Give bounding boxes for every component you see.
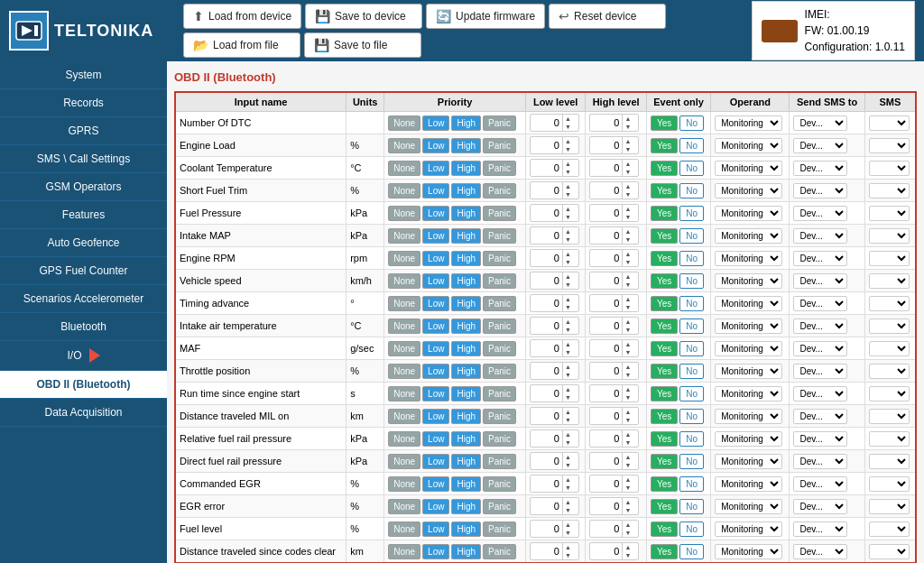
priority-low-button[interactable]: Low <box>422 476 449 492</box>
save-to-file-button[interactable]: 💾 Save to file <box>304 32 421 58</box>
send-sms-select[interactable]: Dev... <box>793 273 847 289</box>
low-level-input[interactable] <box>531 139 562 152</box>
priority-none-button[interactable]: None <box>388 544 420 559</box>
priority-low-button[interactable]: Low <box>422 115 449 131</box>
sms-select[interactable] <box>869 476 910 492</box>
event-no-button[interactable]: No <box>679 115 704 131</box>
update-firmware-button[interactable]: 🔄 Update firmware <box>426 4 545 29</box>
high-level-input[interactable] <box>590 477 622 490</box>
save-to-device-button[interactable]: 💾 Save to device <box>305 4 422 29</box>
priority-panic-button[interactable]: Panic <box>483 296 516 311</box>
priority-panic-button[interactable]: Panic <box>483 544 516 559</box>
event-no-button[interactable]: No <box>679 296 704 311</box>
low-level-down-arrow[interactable]: ▼ <box>563 190 573 198</box>
sms-select[interactable] <box>869 409 910 424</box>
operand-select[interactable]: Monitoring On Change Avg <box>715 161 782 176</box>
priority-panic-button[interactable]: Panic <box>483 206 516 221</box>
sms-select[interactable] <box>869 499 910 514</box>
priority-high-button[interactable]: High <box>451 386 481 401</box>
high-level-up-arrow[interactable]: ▲ <box>623 521 633 529</box>
operand-select[interactable]: Monitoring On Change Avg <box>715 386 782 401</box>
send-sms-select[interactable]: Dev... <box>793 183 847 198</box>
low-level-up-arrow[interactable]: ▲ <box>563 227 573 235</box>
priority-none-button[interactable]: None <box>388 499 420 514</box>
priority-low-button[interactable]: Low <box>422 341 449 356</box>
event-no-button[interactable]: No <box>679 228 704 244</box>
high-level-input[interactable] <box>590 365 622 377</box>
sidebar-item-gsm[interactable]: GSM Operators <box>0 173 167 201</box>
high-level-down-arrow[interactable]: ▼ <box>623 168 633 176</box>
operand-select[interactable]: Monitoring On Change Avg <box>715 206 782 221</box>
priority-none-button[interactable]: None <box>388 296 420 311</box>
high-level-up-arrow[interactable]: ▲ <box>623 160 633 168</box>
event-no-button[interactable]: No <box>679 138 704 153</box>
low-level-down-arrow[interactable]: ▼ <box>563 213 573 221</box>
low-level-up-arrow[interactable]: ▲ <box>563 543 573 551</box>
high-level-input[interactable] <box>590 319 622 332</box>
priority-none-button[interactable]: None <box>388 115 420 131</box>
priority-none-button[interactable]: None <box>388 386 420 401</box>
low-level-up-arrow[interactable]: ▲ <box>563 340 573 348</box>
low-level-down-arrow[interactable]: ▼ <box>563 168 573 176</box>
priority-none-button[interactable]: None <box>388 206 420 221</box>
sms-select[interactable] <box>869 341 910 356</box>
low-level-up-arrow[interactable]: ▲ <box>563 408 573 416</box>
event-yes-button[interactable]: Yes <box>651 161 678 176</box>
priority-panic-button[interactable]: Panic <box>483 476 516 492</box>
high-level-input[interactable] <box>590 432 622 445</box>
low-level-up-arrow[interactable]: ▲ <box>563 272 573 281</box>
operand-select[interactable]: Monitoring On Change Avg <box>715 454 782 469</box>
send-sms-select[interactable]: Dev... <box>793 251 847 266</box>
priority-high-button[interactable]: High <box>451 364 481 379</box>
priority-low-button[interactable]: Low <box>422 499 449 514</box>
priority-panic-button[interactable]: Panic <box>483 386 516 401</box>
event-no-button[interactable]: No <box>679 476 704 492</box>
sms-select[interactable] <box>869 431 910 447</box>
low-level-input[interactable] <box>531 319 562 332</box>
low-level-down-arrow[interactable]: ▼ <box>563 235 573 244</box>
operand-select[interactable]: Monitoring On Change Avg <box>715 138 782 153</box>
high-level-down-arrow[interactable]: ▼ <box>623 190 633 198</box>
event-yes-button[interactable]: Yes <box>651 521 678 537</box>
high-level-input[interactable] <box>590 139 622 152</box>
low-level-down-arrow[interactable]: ▼ <box>563 393 573 401</box>
event-no-button[interactable]: No <box>679 499 704 514</box>
operand-select[interactable]: Monitoring On Change Avg <box>715 521 782 537</box>
high-level-up-arrow[interactable]: ▲ <box>623 318 633 326</box>
priority-panic-button[interactable]: Panic <box>483 115 516 131</box>
operand-select[interactable]: Monitoring On Change Avg <box>715 499 782 514</box>
high-level-down-arrow[interactable]: ▼ <box>623 529 633 537</box>
sms-select[interactable] <box>869 115 910 131</box>
send-sms-select[interactable]: Dev... <box>793 228 847 244</box>
low-level-input[interactable] <box>531 207 562 219</box>
low-level-down-arrow[interactable]: ▼ <box>563 123 573 131</box>
low-level-input[interactable] <box>531 522 562 535</box>
low-level-up-arrow[interactable]: ▲ <box>563 205 573 213</box>
priority-none-button[interactable]: None <box>388 409 420 424</box>
high-level-up-arrow[interactable]: ▲ <box>623 430 633 438</box>
sms-select[interactable] <box>869 296 910 311</box>
priority-low-button[interactable]: Low <box>422 521 449 537</box>
send-sms-select[interactable]: Dev... <box>793 138 847 153</box>
load-from-device-button[interactable]: ⬆ Load from device <box>183 4 301 29</box>
load-from-file-button[interactable]: 📂 Load from file <box>183 32 300 58</box>
priority-panic-button[interactable]: Panic <box>483 273 516 289</box>
priority-low-button[interactable]: Low <box>422 161 449 176</box>
priority-low-button[interactable]: Low <box>422 364 449 379</box>
priority-panic-button[interactable]: Panic <box>483 341 516 356</box>
low-level-down-arrow[interactable]: ▼ <box>563 461 573 469</box>
event-no-button[interactable]: No <box>679 409 704 424</box>
event-no-button[interactable]: No <box>679 386 704 401</box>
low-level-up-arrow[interactable]: ▲ <box>563 521 573 529</box>
priority-low-button[interactable]: Low <box>422 386 449 401</box>
sms-select[interactable] <box>869 521 910 537</box>
low-level-up-arrow[interactable]: ▲ <box>563 250 573 258</box>
low-level-up-arrow[interactable]: ▲ <box>563 182 573 190</box>
sidebar-item-data-acquisition[interactable]: Data Acquisition <box>0 399 167 427</box>
event-no-button[interactable]: No <box>679 544 704 559</box>
high-level-down-arrow[interactable]: ▼ <box>623 123 633 131</box>
priority-low-button[interactable]: Low <box>422 251 449 266</box>
high-level-up-arrow[interactable]: ▲ <box>623 408 633 416</box>
priority-low-button[interactable]: Low <box>422 138 449 153</box>
priority-low-button[interactable]: Low <box>422 431 449 447</box>
